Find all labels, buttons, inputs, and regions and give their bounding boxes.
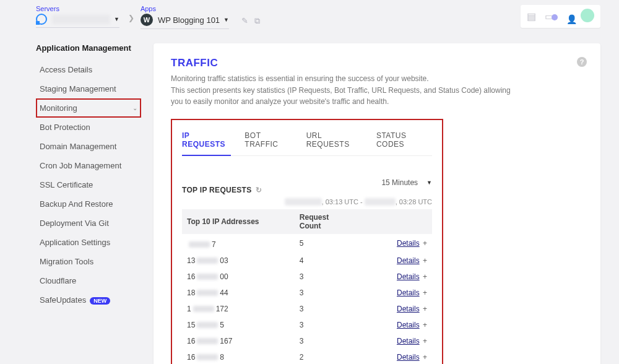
digitalocean-icon: [36, 14, 47, 25]
servers-label: Servers: [36, 5, 119, 12]
external-link-icon[interactable]: ⧉: [254, 16, 260, 26]
caret-down-icon: ▼: [114, 16, 119, 22]
expand-icon[interactable]: +: [421, 337, 427, 345]
help-icon[interactable]: ?: [577, 57, 587, 67]
tab-url-requests[interactable]: URL REQUESTS: [306, 129, 363, 155]
request-count: 2: [295, 349, 357, 364]
expand-icon[interactable]: +: [421, 272, 427, 281]
details-link[interactable]: Details: [397, 272, 420, 281]
request-count: 4: [295, 253, 357, 269]
sidebar-item-access-details[interactable]: Access Details: [36, 60, 141, 79]
caret-down-icon: ▼: [223, 17, 229, 23]
details-link[interactable]: Details: [397, 288, 420, 297]
sidebar-item-domain-management[interactable]: Domain Management: [36, 137, 141, 156]
ip-address: 1172: [187, 305, 228, 313]
expand-icon[interactable]: +: [421, 321, 427, 329]
projects-icon[interactable]: ▭: [545, 11, 558, 22]
table-row: 75Details +: [182, 234, 432, 253]
apps-breadcrumb: Apps W WP Blogging 101 ▼: [141, 5, 229, 29]
sidebar-heading: Application Management: [36, 43, 141, 53]
sidebar-item-bot-protection[interactable]: Bot Protection: [36, 118, 141, 137]
col-ip: Top 10 IP Addresses: [182, 209, 295, 234]
edit-icon[interactable]: ✎: [241, 16, 248, 25]
timestamp-range: xxxxx, 03:13 UTC - xxxx, 03:28 UTC: [182, 198, 432, 206]
app-name: WP Blogging 101: [158, 15, 220, 25]
table-row: 161673Details +: [182, 333, 432, 349]
request-count: 3: [295, 317, 357, 333]
details-link[interactable]: Details: [397, 256, 420, 265]
ip-address: 16167: [187, 337, 232, 345]
new-badge: NEW: [90, 297, 110, 305]
table-row: 1553Details +: [182, 317, 432, 333]
expand-icon[interactable]: +: [421, 239, 427, 248]
sidebar-item-migration-tools[interactable]: Migration Tools: [36, 252, 141, 271]
sidebar-item-application-settings[interactable]: Application Settings: [36, 233, 141, 252]
details-link[interactable]: Details: [397, 337, 420, 345]
expand-icon[interactable]: +: [421, 288, 427, 297]
sidebar-item-ssl-certificate[interactable]: SSL Certificate: [36, 175, 141, 194]
details-link[interactable]: Details: [397, 305, 420, 313]
tabs: IP REQUESTSBOT TRAFFICURL REQUESTSSTATUS…: [182, 129, 432, 156]
details-link[interactable]: Details: [397, 239, 420, 248]
refresh-icon[interactable]: ↻: [256, 186, 262, 194]
wordpress-icon: W: [141, 14, 153, 26]
sidebar-item-safeupdates[interactable]: SafeUpdatesNEW: [36, 290, 141, 310]
ip-requests-table: Top 10 IP Addresses Request Count 75Deta…: [182, 209, 432, 364]
caret-down-icon: ▼: [426, 180, 432, 186]
table-row: 1682Details +: [182, 349, 432, 364]
servers-breadcrumb: Servers Redacted Name ▼: [36, 5, 119, 28]
tab-bot-traffic[interactable]: BOT TRAFFIC: [245, 129, 292, 155]
highlighted-region: IP REQUESTSBOT TRAFFICURL REQUESTSSTATUS…: [171, 119, 443, 364]
ip-address: 1600: [187, 272, 228, 281]
ip-address: 1303: [187, 256, 228, 265]
server-selector[interactable]: Redacted Name ▼: [36, 12, 119, 28]
time-range-select[interactable]: 15 Minutes ▼: [381, 178, 432, 187]
ip-address: 7: [187, 240, 216, 249]
col-count: Request Count: [295, 209, 357, 234]
app-selector[interactable]: W WP Blogging 101 ▼: [141, 12, 229, 29]
ip-address: 155: [187, 321, 224, 329]
page-title: TRAFFIC: [171, 57, 583, 69]
top-right-toolbar: ▤ ▭ 👤: [521, 5, 600, 28]
sidebar-item-monitoring[interactable]: Monitoring⌄: [36, 98, 141, 118]
sidebar-item-backup-and-restore[interactable]: Backup And Restore: [36, 194, 141, 214]
expand-icon[interactable]: +: [421, 353, 427, 362]
expand-icon[interactable]: +: [421, 305, 427, 313]
details-link[interactable]: Details: [397, 353, 420, 362]
request-count: 3: [295, 285, 357, 301]
request-count: 3: [295, 333, 357, 349]
table-row: 18443Details +: [182, 285, 432, 301]
sidebar-item-cron-job-management[interactable]: Cron Job Management: [36, 156, 141, 175]
tab-status-codes[interactable]: STATUS CODES: [376, 129, 432, 155]
sidebar-item-staging-management[interactable]: Staging Management: [36, 79, 141, 98]
request-count: 3: [295, 301, 357, 317]
page-description: Monitoring traffic statistics is essenti…: [171, 73, 517, 108]
expand-icon[interactable]: +: [421, 256, 427, 265]
list-icon[interactable]: ▤: [527, 11, 536, 22]
details-link[interactable]: Details: [397, 321, 420, 329]
account-menu[interactable]: 👤: [566, 9, 594, 24]
chevron-down-icon: ⌄: [132, 105, 137, 111]
server-name-redacted: Redacted Name: [52, 15, 110, 24]
chevron-right-icon: ❯: [128, 14, 134, 22]
ip-address: 1844: [187, 288, 228, 297]
section-title: TOP IP REQUESTS ↻: [182, 186, 262, 194]
sidebar: Application Management Access DetailsSta…: [36, 43, 141, 364]
tab-ip-requests[interactable]: IP REQUESTS: [182, 129, 231, 156]
apps-label: Apps: [141, 5, 229, 12]
request-count: 5: [295, 234, 357, 253]
main-panel: ? TRAFFIC Monitoring traffic statistics …: [154, 43, 600, 364]
table-row: 13034Details +: [182, 253, 432, 269]
ip-address: 168: [187, 353, 224, 362]
sidebar-item-deployment-via-git[interactable]: Deployment Via Git: [36, 214, 141, 233]
sidebar-item-cloudflare[interactable]: Cloudflare: [36, 271, 141, 290]
table-row: 16003Details +: [182, 269, 432, 285]
table-row: 11723Details +: [182, 301, 432, 317]
request-count: 3: [295, 269, 357, 285]
